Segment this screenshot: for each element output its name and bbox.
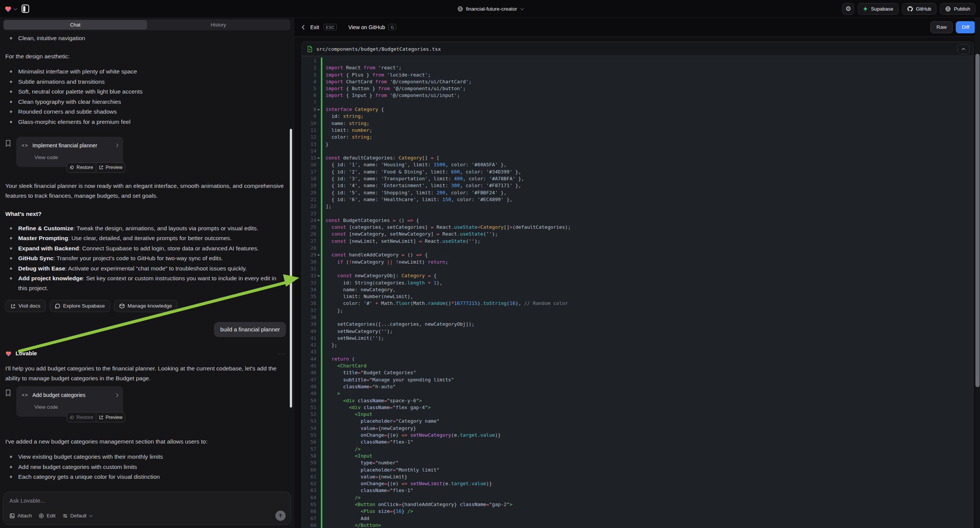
fold-chevron-icon[interactable] xyxy=(316,217,321,224)
user-message: build a financial planner xyxy=(214,322,286,337)
line-number: 55 xyxy=(302,432,321,439)
bookmark-icon[interactable] xyxy=(5,390,11,396)
fold-chevron-icon xyxy=(316,348,321,355)
line-number: 53 xyxy=(302,418,321,425)
code-line: 4import ChartCard from '@/components/ui/… xyxy=(302,78,973,85)
code-text: id: string; xyxy=(322,113,364,120)
raw-toggle-button[interactable]: Raw xyxy=(931,21,953,33)
explore-supabase-button[interactable]: Explore Supabase xyxy=(49,300,110,312)
fold-chevron-icon[interactable] xyxy=(316,106,321,113)
code-line: 65 <Button onClick={handleAddCategory} c… xyxy=(302,501,973,508)
code-text: placeholder="Category name" xyxy=(322,418,440,425)
mode-selector[interactable]: Default xyxy=(62,513,92,518)
restore-button[interactable]: Restore xyxy=(67,163,96,172)
tab-history[interactable]: History xyxy=(147,20,290,30)
diff-toggle-button[interactable]: Diff xyxy=(956,21,975,33)
code-text: } xyxy=(322,141,329,148)
supabase-button[interactable]: Supabase xyxy=(858,3,899,15)
fold-chevron-icon xyxy=(316,335,321,342)
back-chevron-icon[interactable] xyxy=(302,25,305,30)
bookmark-icon[interactable] xyxy=(5,140,11,147)
version-title: Add budget categories xyxy=(32,390,85,400)
code-text xyxy=(322,266,329,272)
code-line: 36 color: '#' + Math.floor(Math.random()… xyxy=(302,300,973,307)
visit-docs-button[interactable]: Visit docs xyxy=(5,300,46,312)
fold-chevron-icon xyxy=(316,169,321,175)
publish-globe-icon xyxy=(945,6,951,12)
settings-button[interactable]: ⚙ xyxy=(842,3,854,15)
sidebar-toggle-icon[interactable] xyxy=(22,5,29,13)
fold-chevron-icon xyxy=(316,404,321,411)
chat-input[interactable] xyxy=(10,497,286,504)
quick-actions: Visit docs Explore Supabase Manage knowl… xyxy=(5,300,286,312)
fold-chevron-icon xyxy=(316,321,321,328)
code-text: type="number" xyxy=(322,460,399,466)
code-text: if (!newCategory || !newLimit) return; xyxy=(322,259,449,266)
line-number: 64 xyxy=(302,494,321,501)
code-view[interactable]: 1 2import React from 'react';3import { P… xyxy=(302,56,973,528)
lovable-logo-menu[interactable] xyxy=(5,6,16,12)
version-title: Implement financial planner xyxy=(32,140,97,150)
code-text: limit: number; xyxy=(322,127,372,134)
fold-chevron-icon[interactable] xyxy=(316,251,321,258)
window-scrollbar-thumb[interactable] xyxy=(975,54,980,387)
code-text xyxy=(322,314,329,321)
code-line: 52 <Input xyxy=(302,411,973,418)
collapse-file-button[interactable] xyxy=(957,44,969,54)
code-text: }; xyxy=(322,307,343,314)
code-line: 12 color: string; xyxy=(302,134,973,140)
line-number: 47 xyxy=(302,377,321,383)
code-line: 17 { id: '2', name: 'Food & Dining', lim… xyxy=(302,169,973,175)
view-code-link[interactable]: View code xyxy=(35,402,118,412)
fold-chevron-icon[interactable] xyxy=(316,154,321,161)
next-step-item: Expand with Backend: Connect Supabase to… xyxy=(5,243,286,253)
fold-chevron-icon[interactable] xyxy=(316,272,321,279)
view-on-github-link[interactable]: View on GitHub xyxy=(348,24,385,30)
fold-chevron-icon xyxy=(316,196,321,203)
code-line: 5import { Button } from '@/components/ui… xyxy=(302,85,973,92)
code-line: 3import { Plus } from 'lucide-react'; xyxy=(302,72,973,78)
supabase-bolt-icon xyxy=(863,6,868,12)
preview-button[interactable]: Preview xyxy=(96,412,125,422)
attach-button[interactable]: Attach xyxy=(10,513,32,518)
line-number: 14 xyxy=(302,148,321,154)
code-text: const [newCategory, setNewCategory] = Re… xyxy=(322,231,498,237)
code-text: const newCategoryObj: Category = { xyxy=(322,272,437,279)
preview-button[interactable]: Preview xyxy=(96,163,125,172)
code-line: 51 <div className="flex gap-4"> xyxy=(302,404,973,411)
app-window: financial-future-creator ⚙ Supabase GitH… xyxy=(0,0,980,528)
line-number: 5 xyxy=(302,85,321,92)
manage-knowledge-button[interactable]: Manage knowledge xyxy=(114,300,177,312)
file-path-bar[interactable]: src/components/budget/BudgetCategories.t… xyxy=(302,42,973,56)
code-text: </Button> xyxy=(322,522,381,528)
code-text: color: '#' + Math.floor(Math.random()*16… xyxy=(322,300,568,307)
code-text: <ChartCard xyxy=(322,363,367,369)
tab-chat[interactable]: Chat xyxy=(4,20,147,30)
code-line: 23 xyxy=(302,210,973,217)
code-text: return ( xyxy=(322,356,355,363)
window-scrollbar-track[interactable] xyxy=(975,18,980,528)
fold-chevron-icon xyxy=(316,161,321,168)
code-line: 42 }; xyxy=(302,342,973,348)
more-menu-icon[interactable]: ··· xyxy=(278,348,286,358)
line-number: 33 xyxy=(302,280,321,286)
code-line: 13} xyxy=(302,141,973,148)
github-button[interactable]: GitHub xyxy=(902,3,936,15)
send-button[interactable] xyxy=(275,511,286,521)
publish-button[interactable]: Publish xyxy=(940,3,975,15)
line-number: 45 xyxy=(302,363,321,369)
code-text: Add xyxy=(322,515,370,522)
line-number: 12 xyxy=(302,134,321,140)
project-switcher[interactable]: financial-future-creator xyxy=(457,0,523,18)
edit-button[interactable]: Edit xyxy=(39,513,55,518)
exit-button[interactable]: Exit xyxy=(310,24,319,30)
line-number: 9 xyxy=(302,113,321,120)
code-line: 14 xyxy=(302,148,973,154)
project-name: financial-future-creator xyxy=(466,6,517,12)
view-code-link[interactable]: View code xyxy=(35,153,118,162)
code-text: <Input xyxy=(322,411,372,418)
fold-chevron-icon xyxy=(316,259,321,266)
chat-scrollbar[interactable] xyxy=(290,129,292,407)
restore-button[interactable]: Restore xyxy=(67,412,96,422)
file-diff-card: src/components/budget/BudgetCategories.t… xyxy=(302,42,974,528)
